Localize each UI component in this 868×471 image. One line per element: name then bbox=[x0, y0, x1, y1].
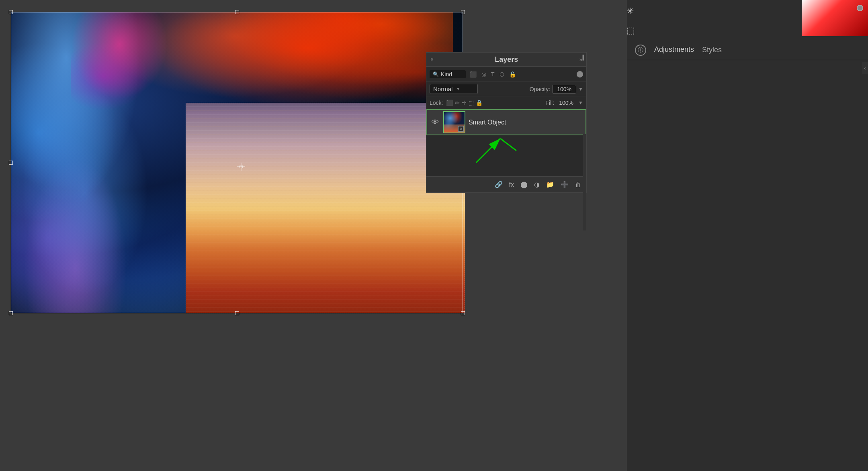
layers-bottom-toolbar: 🔗 fx ⬤ ◑ 📁 ➕ 🗑 bbox=[426, 176, 586, 192]
sun-icon[interactable]: ✳ bbox=[626, 6, 635, 16]
layer-filter-row: 🔍 Kind ⬛ ◎ T ⬡ 🔒 bbox=[426, 67, 586, 82]
filter-kind-label: Kind bbox=[441, 71, 452, 77]
filter-smart-icon[interactable]: 🔒 bbox=[508, 70, 518, 78]
filter-toggle[interactable] bbox=[577, 71, 583, 77]
blend-mode-chevron: ▼ bbox=[456, 87, 460, 91]
lock-paint-icon[interactable]: ✏ bbox=[455, 100, 460, 106]
layer-visibility-toggle[interactable]: 👁 bbox=[430, 118, 440, 127]
sunset-streaks bbox=[186, 103, 465, 313]
fill-value[interactable]: 100% bbox=[556, 99, 576, 107]
fill-section: Fill: 100% ▼ bbox=[545, 99, 583, 107]
layers-scroll-bar-indicator: ▐ bbox=[581, 55, 584, 60]
blend-mode-row: Normal ▼ Opacity: 100% ▼ bbox=[426, 82, 586, 96]
layers-panel: × Layers » ▐ 🔍 Kind ⬛ ◎ T ⬡ 🔒 Normal ▼ O… bbox=[426, 52, 587, 193]
layer-thumbnail: ⧉ bbox=[443, 111, 465, 133]
lock-icons-group: ⬛ ✏ ✛ ⬚ 🔒 bbox=[446, 100, 483, 106]
opacity-chevron: ▼ bbox=[578, 86, 583, 92]
filter-icons-group: ⬛ ◎ T ⬡ 🔒 bbox=[468, 70, 518, 78]
panel-collapse-button[interactable]: ‹ bbox=[862, 62, 868, 74]
layers-icon[interactable]: ⬚ bbox=[626, 25, 635, 36]
blend-mode-dropdown[interactable]: Normal ▼ bbox=[430, 84, 478, 94]
styles-tab[interactable]: Styles bbox=[702, 46, 722, 54]
opacity-value[interactable]: 100% bbox=[552, 85, 576, 94]
eye-icon: 👁 bbox=[432, 118, 439, 126]
filter-adjust-icon[interactable]: ◎ bbox=[480, 70, 488, 78]
fill-label: Fill: bbox=[545, 100, 554, 106]
smart-object-overlay[interactable] bbox=[186, 103, 465, 313]
layer-fx-icon[interactable]: fx bbox=[508, 179, 516, 190]
layer-new-icon[interactable]: ➕ bbox=[559, 179, 570, 190]
layers-panel-header: × Layers » ▐ bbox=[426, 53, 586, 67]
layer-link-icon[interactable]: 🔗 bbox=[493, 179, 504, 190]
lock-artboard-icon[interactable]: ⬚ bbox=[469, 100, 474, 106]
layers-panel-title: Layers bbox=[495, 55, 518, 64]
adjustments-tab[interactable]: Adjustments bbox=[654, 45, 694, 55]
layer-group-icon[interactable]: 📁 bbox=[545, 179, 556, 190]
layers-scrollbar[interactable] bbox=[583, 134, 586, 230]
blend-mode-value: Normal bbox=[433, 86, 452, 92]
smart-object-badge: ⧉ bbox=[458, 126, 464, 132]
layer-name-label: Smart Object bbox=[469, 119, 582, 126]
info-icon-button[interactable]: ⓘ bbox=[635, 45, 646, 56]
lock-transparency-icon[interactable]: ⬛ bbox=[446, 100, 453, 106]
lock-label: Lock: bbox=[430, 100, 443, 106]
color-picker-handle[interactable] bbox=[857, 5, 863, 11]
smart-badge-icon: ⧉ bbox=[460, 127, 462, 131]
filter-text-icon[interactable]: T bbox=[489, 70, 496, 78]
opacity-label: Opacity: bbox=[530, 86, 550, 92]
layer-adjustment-icon[interactable]: ◑ bbox=[532, 179, 541, 190]
layer-filter-search[interactable]: 🔍 Kind bbox=[430, 70, 466, 78]
opacity-section: Opacity: 100% ▼ bbox=[530, 85, 583, 94]
search-icon: 🔍 bbox=[433, 71, 439, 77]
layer-mask-icon[interactable]: ⬤ bbox=[519, 179, 529, 190]
color-picker-area[interactable] bbox=[802, 0, 868, 36]
layers-close-button[interactable]: × bbox=[430, 56, 434, 63]
lock-all-icon[interactable]: 🔒 bbox=[476, 100, 483, 106]
filter-pixel-icon[interactable]: ⬛ bbox=[468, 70, 478, 78]
fill-chevron: ▼ bbox=[578, 100, 583, 106]
adjustments-tabs: ⓘ Adjustments Styles bbox=[627, 40, 868, 60]
lock-move-icon[interactable]: ✛ bbox=[462, 100, 467, 106]
layer-delete-icon[interactable]: 🗑 bbox=[573, 179, 583, 190]
right-side-panel bbox=[627, 0, 868, 471]
top-right-icons: ✳ ⬚ bbox=[626, 6, 635, 36]
layer-item[interactable]: 👁 ⧉ Smart Object bbox=[426, 109, 586, 135]
lock-row: Lock: ⬛ ✏ ✛ ⬚ 🔒 Fill: 100% ▼ bbox=[426, 96, 586, 109]
filter-shape-icon[interactable]: ⬡ bbox=[498, 70, 506, 78]
